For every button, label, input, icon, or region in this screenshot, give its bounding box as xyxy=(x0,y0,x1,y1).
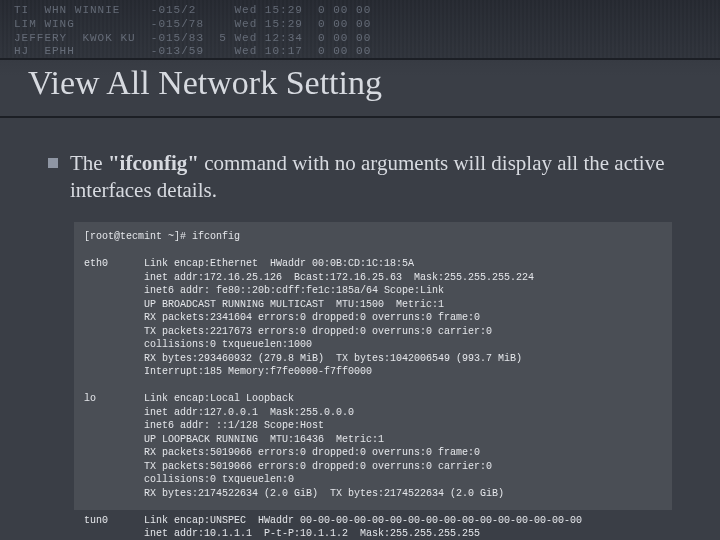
bullet-strong: "ifconfig" xyxy=(108,151,199,175)
bullet-icon xyxy=(48,158,58,168)
terminal-output: [root@tecmint ~]# ifconfig eth0 Link enc… xyxy=(74,222,672,510)
bullet-item: The "ifconfig" command with no arguments… xyxy=(48,150,680,205)
slide: TI WHN WINNIE -015/2 Wed 15:29 0 00 00 L… xyxy=(0,0,720,540)
bullet-pre: The xyxy=(70,151,108,175)
body: The "ifconfig" command with no arguments… xyxy=(48,150,680,205)
slide-title: View All Network Setting xyxy=(28,64,382,102)
top-divider xyxy=(0,58,720,60)
bullet-text: The "ifconfig" command with no arguments… xyxy=(70,150,680,205)
title-underline xyxy=(0,116,720,118)
background-terminal-text: TI WHN WINNIE -015/2 Wed 15:29 0 00 00 L… xyxy=(0,0,720,58)
